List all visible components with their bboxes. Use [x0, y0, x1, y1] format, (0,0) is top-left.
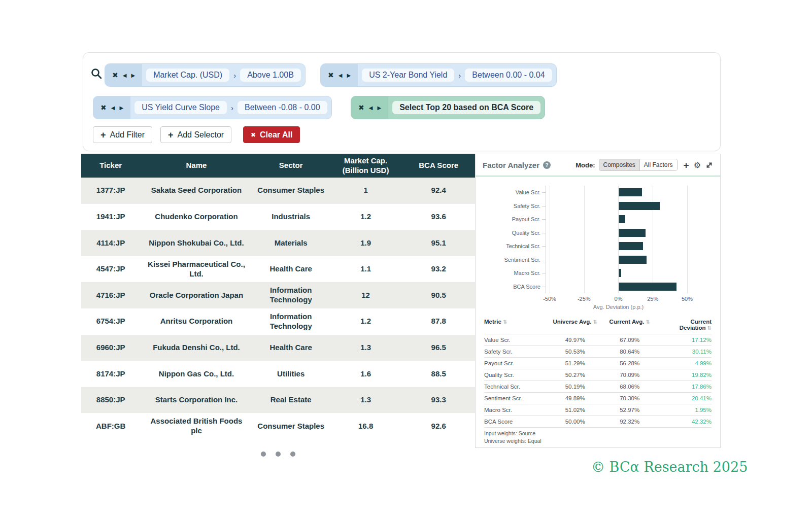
remove-filter-icon[interactable]: ✖ [100, 103, 107, 112]
table-row[interactable]: ABF:GBAssociated British Foods plcConsum… [81, 413, 475, 439]
chart-y-tick [542, 273, 546, 273]
table-row[interactable]: 1377:JPSakata Seed CorporationConsumer S… [81, 178, 475, 204]
table-row[interactable]: 6754:JPAnritsu CorporationInformation Te… [81, 308, 475, 335]
metrics-col-universe-avg[interactable]: Universe Avg.⇅ [548, 319, 602, 331]
chart-bar[interactable] [619, 242, 643, 250]
move-left-icon[interactable]: ◀ [111, 105, 115, 111]
panel-title: Factor Analyzer [483, 161, 539, 169]
expand-icon[interactable] [705, 161, 713, 169]
selector-label[interactable]: Select Top 20 based on BCA Score [392, 101, 540, 114]
column-header[interactable]: Ticker [81, 159, 140, 172]
metrics-row[interactable]: Technical Scr.50.19%68.06%17.86% [484, 380, 712, 392]
metrics-col-current-avg[interactable]: Current Avg.⇅ [602, 319, 657, 331]
table-row[interactable]: 4114:JPNippon Shokubai Co., Ltd.Material… [81, 230, 475, 256]
sort-icon[interactable]: ⇅ [503, 319, 507, 325]
name-cell: Nippon Gas Co., Ltd. [140, 367, 252, 381]
chart-x-tick-label: 50% [682, 296, 693, 302]
ticker-cell: 4716:JP [81, 289, 140, 302]
metrics-col-current-deviation[interactable]: Current Deviation⇅ [657, 319, 712, 331]
chart-y-tick [542, 233, 546, 233]
metrics-row[interactable]: Payout Scr.51.29%56.28%4.99% [484, 357, 712, 369]
table-row[interactable]: 8174:JPNippon Gas Co., Ltd.Utilities1.68… [81, 361, 475, 387]
universe-avg-value: 51.29% [548, 360, 602, 366]
move-right-icon[interactable]: ▶ [347, 73, 351, 78]
column-header[interactable]: Market Cap. (Billion USD) [329, 154, 402, 178]
name-cell: Associated British Foods plc [140, 414, 252, 438]
table-row[interactable]: 4547:JPKissei Pharmaceutical Co., Ltd.He… [81, 256, 475, 283]
current-avg-value: 56.28% [602, 360, 657, 366]
chart-category-label: Payout Scr. [480, 217, 540, 222]
factor-metrics-table: Metric⇅ Universe Avg.⇅ Current Avg.⇅ Cur… [484, 317, 712, 428]
filter-field[interactable]: US Yield Curve Slope [134, 101, 227, 114]
search-icon[interactable] [90, 67, 103, 80]
gear-icon[interactable]: ⚙ [694, 160, 701, 170]
metric-name: Sentiment Scr. [484, 395, 548, 401]
filter-value[interactable]: Between 0.00 - 0.04 [465, 68, 552, 82]
column-header[interactable]: Sector [253, 159, 329, 172]
add-filter-button[interactable]: + Add Filter [93, 126, 152, 143]
table-row[interactable]: 6960:JPFukuda Denshi Co., Ltd.Health Car… [81, 335, 475, 361]
filter-field[interactable]: US 2-Year Bond Yield [362, 68, 454, 82]
table-header-row: TickerNameSectorMarket Cap. (Billion USD… [81, 154, 475, 178]
plus-icon: + [100, 130, 106, 140]
metrics-col-metric[interactable]: Metric⇅ [484, 319, 548, 331]
pagination-dot[interactable] [276, 452, 281, 457]
clear-all-button[interactable]: ✖ Clear All [243, 126, 300, 143]
chart-bar[interactable] [619, 283, 677, 291]
mode-all-factors-button[interactable]: All Factors [640, 159, 677, 170]
metrics-row[interactable]: Value Scr.49.97%67.09%17.12% [484, 334, 712, 345]
move-right-icon[interactable]: ▶ [377, 105, 381, 111]
column-header[interactable]: Name [140, 159, 252, 172]
metrics-row[interactable]: BCA Score50.00%92.32%42.32% [484, 416, 712, 428]
metrics-row[interactable]: Sentiment Scr.49.89%70.30%20.41% [484, 392, 712, 404]
sort-icon[interactable]: ⇅ [593, 319, 597, 325]
filter-value[interactable]: Between -0.08 - 0.00 [238, 101, 327, 114]
mode-composites-button[interactable]: Composites [599, 159, 640, 170]
metric-name: Macro Scr. [484, 407, 548, 413]
move-left-icon[interactable]: ◀ [123, 73, 127, 78]
chart-y-tick [542, 246, 546, 247]
move-right-icon[interactable]: ▶ [131, 73, 135, 78]
plus-icon: + [168, 130, 174, 140]
ticker-cell: 4114:JP [81, 236, 140, 250]
remove-selector-icon[interactable]: ✖ [358, 103, 364, 112]
table-row[interactable]: 1941:JPChudenko CorporationIndustrials1.… [81, 204, 475, 230]
move-left-icon[interactable]: ◀ [369, 105, 373, 111]
sort-icon[interactable]: ⇅ [646, 319, 650, 325]
sector-cell: Industrials [253, 210, 329, 224]
metrics-row[interactable]: Safety Scr.50.53%80.64%30.11% [484, 345, 712, 357]
column-header[interactable]: BCA Score [402, 159, 475, 172]
chart-x-tick-label: 0% [615, 296, 623, 302]
chart-x-axis-label: Avg. Deviation (p.p.) [550, 304, 687, 310]
sort-icon[interactable]: ⇅ [707, 325, 712, 331]
pagination-dot[interactable] [290, 452, 295, 457]
move-left-icon[interactable]: ◀ [339, 73, 343, 78]
chart-x-tick-label: -50% [543, 296, 556, 302]
table-row[interactable]: 4716:JPOracle Corporation JapanInformati… [81, 282, 475, 308]
metrics-row[interactable]: Macro Scr.51.02%52.97%1.95% [484, 404, 712, 416]
bca-score-cell: 93.3 [402, 393, 475, 407]
chart-bar[interactable] [619, 256, 647, 264]
chart-bar[interactable] [619, 188, 642, 196]
chart-category-label: Macro Scr. [480, 270, 540, 276]
remove-filter-icon[interactable]: ✖ [328, 71, 334, 79]
chart-bar[interactable] [619, 229, 646, 237]
add-icon[interactable]: + [684, 160, 689, 170]
pagination-dot[interactable] [261, 452, 266, 457]
move-right-icon[interactable]: ▶ [119, 105, 123, 111]
remove-filter-icon[interactable]: ✖ [112, 71, 118, 79]
metrics-header-row: Metric⇅ Universe Avg.⇅ Current Avg.⇅ Cur… [484, 317, 712, 334]
filter-value[interactable]: Above 1.00B [240, 68, 301, 82]
table-row[interactable]: 8850:JPStarts Corporation Inc.Real Estat… [81, 387, 475, 413]
universe-avg-value: 49.97% [548, 337, 602, 343]
chart-y-tick [542, 219, 546, 220]
help-icon[interactable]: ? [543, 161, 551, 169]
filter-field[interactable]: Market Cap. (USD) [146, 68, 229, 82]
universe-avg-value: 50.00% [548, 419, 602, 425]
chart-bar[interactable] [619, 215, 626, 223]
chart-category-label: Value Scr. [480, 190, 540, 195]
metrics-row[interactable]: Quality Scr.50.27%70.09%19.82% [484, 369, 712, 380]
chart-bar[interactable] [619, 269, 621, 277]
chart-bar[interactable] [619, 202, 660, 210]
add-selector-button[interactable]: + Add Selector [160, 126, 231, 143]
